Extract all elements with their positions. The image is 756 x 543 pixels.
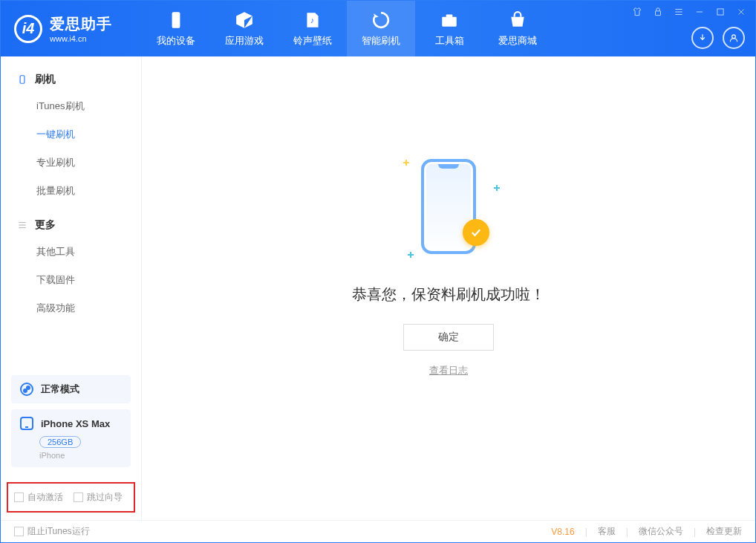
- sidebar-item-download-firmware[interactable]: 下载固件: [1, 266, 141, 294]
- svg-rect-2: [442, 16, 457, 26]
- logo-area: i4 爱思助手 www.i4.cn: [1, 14, 142, 43]
- footer-link-support[interactable]: 客服: [598, 525, 616, 538]
- nav-tab-label: 铃声壁纸: [293, 34, 332, 48]
- minimize-icon[interactable]: [693, 5, 706, 19]
- nav-tab-label: 爱思商城: [498, 34, 537, 48]
- toolbox-icon: [440, 10, 459, 30]
- sidebar-item-pro-flash[interactable]: 专业刷机: [1, 149, 141, 177]
- svg-rect-3: [446, 14, 453, 17]
- sidebar-item-batch-flash[interactable]: 批量刷机: [1, 177, 141, 205]
- ok-button[interactable]: 确定: [403, 324, 494, 351]
- sidebar-group-title: 更多: [35, 218, 56, 232]
- app-header: i4 爱思助手 www.i4.cn 我的设备 应用游戏 ♪ 铃声壁纸 智能刷机 …: [1, 1, 755, 56]
- close-icon[interactable]: [734, 5, 748, 19]
- status-bar: 阻止iTunes运行 V8.16 | 客服 | 微信公众号 | 检查更新: [1, 520, 755, 542]
- checkbox-auto-activate[interactable]: 自动激活: [14, 491, 63, 504]
- svg-point-12: [732, 35, 736, 39]
- checkbox-box-icon: [14, 492, 24, 502]
- sidebar-item-itunes-flash[interactable]: iTunes刷机: [1, 92, 141, 120]
- sidebar-item-oneclick-flash[interactable]: 一键刷机: [1, 120, 141, 149]
- device-type: iPhone: [39, 451, 122, 460]
- storage-pill: 256GB: [39, 436, 81, 448]
- logo-text: 爱思助手 www.i4.cn: [50, 14, 112, 43]
- mode-label: 正常模式: [41, 383, 79, 396]
- footer-link-wechat[interactable]: 微信公众号: [639, 525, 683, 538]
- sidebar-item-advanced[interactable]: 高级功能: [1, 294, 141, 322]
- cube-icon: [235, 10, 254, 30]
- sparkle-icon: [494, 185, 500, 191]
- success-message: 恭喜您，保资料刷机成功啦！: [352, 284, 545, 305]
- checkbox-block-itunes[interactable]: 阻止iTunes运行: [14, 525, 90, 538]
- footer-link-update[interactable]: 检查更新: [706, 525, 742, 538]
- music-file-icon: ♪: [303, 10, 322, 30]
- app-title: 爱思助手: [50, 14, 112, 34]
- nav-tab-flash[interactable]: 智能刷机: [347, 1, 415, 56]
- checkbox-label: 自动激活: [27, 491, 63, 504]
- main-content: 恭喜您，保资料刷机成功啦！ 确定 查看日志: [142, 56, 755, 520]
- footer-right: V8.16 | 客服 | 微信公众号 | 检查更新: [551, 525, 742, 538]
- divider: |: [585, 527, 587, 537]
- device-icon: [166, 10, 186, 30]
- device-card[interactable]: iPhone XS Max 256GB iPhone: [11, 409, 131, 467]
- nav-tab-ringtones[interactable]: ♪ 铃声壁纸: [278, 1, 347, 56]
- sidebar: 刷机 iTunes刷机 一键刷机 专业刷机 批量刷机 更多 其他工具 下载固件 …: [1, 56, 142, 520]
- device-small-icon: [20, 417, 33, 430]
- nav-tab-toolbox[interactable]: 工具箱: [415, 1, 483, 56]
- download-circle-icon[interactable]: [691, 27, 714, 49]
- nav-tab-label: 工具箱: [435, 34, 464, 48]
- nav-tab-label: 我的设备: [157, 34, 195, 48]
- store-icon: [508, 10, 527, 30]
- sidebar-group-flash: 刷机 iTunes刷机 一键刷机 专业刷机 批量刷机: [1, 67, 141, 205]
- checkbox-skip-guide[interactable]: 跳过向导: [74, 491, 123, 504]
- lock-icon[interactable]: [651, 5, 665, 19]
- svg-rect-9: [717, 9, 723, 15]
- nav-tab-label: 智能刷机: [362, 34, 400, 48]
- menu-icon[interactable]: [672, 5, 685, 19]
- version-label: V8.16: [551, 527, 574, 537]
- sidebar-group-more: 更多 其他工具 下载固件 高级功能: [1, 212, 141, 322]
- app-logo-icon: i4: [14, 15, 42, 43]
- titlebar-controls: [630, 5, 748, 19]
- device-name: iPhone XS Max: [41, 418, 110, 429]
- sidebar-item-other-tools[interactable]: 其他工具: [1, 238, 141, 266]
- divider: |: [694, 527, 696, 537]
- header-action-circles: [691, 27, 745, 49]
- divider: |: [626, 527, 628, 537]
- device-card-header: iPhone XS Max: [20, 417, 122, 430]
- checkbox-label: 阻止iTunes运行: [27, 525, 90, 538]
- mode-card[interactable]: 正常模式: [11, 375, 131, 403]
- maximize-icon[interactable]: [714, 5, 727, 19]
- sparkle-icon: [408, 252, 414, 258]
- refresh-shield-icon: [371, 10, 391, 30]
- nav-tab-my-device[interactable]: 我的设备: [142, 1, 210, 56]
- svg-rect-0: [172, 12, 180, 28]
- sidebar-group-title: 刷机: [35, 73, 56, 86]
- sidebar-group-header-flash: 刷机: [1, 67, 141, 92]
- mode-icon: [20, 383, 33, 396]
- app-subtitle: www.i4.cn: [50, 34, 112, 43]
- checkbox-label: 跳过向导: [87, 491, 123, 504]
- sidebar-scroll: 刷机 iTunes刷机 一键刷机 专业刷机 批量刷机 更多 其他工具 下载固件 …: [1, 56, 141, 369]
- list-small-icon: [17, 220, 27, 230]
- shirt-icon[interactable]: [630, 5, 644, 19]
- nav-tab-store[interactable]: 爱思商城: [483, 1, 552, 56]
- app-body: 刷机 iTunes刷机 一键刷机 专业刷机 批量刷机 更多 其他工具 下载固件 …: [1, 56, 755, 520]
- checkbox-box-icon: [74, 492, 83, 502]
- success-illustration: [393, 155, 504, 267]
- highlighted-checkbox-row: 自动激活 跳过向导: [7, 482, 135, 513]
- svg-text:♪: ♪: [310, 16, 314, 25]
- sparkle-icon: [403, 160, 409, 166]
- nav-tab-label: 应用游戏: [225, 34, 264, 48]
- sidebar-group-header-more: 更多: [1, 212, 141, 238]
- svg-rect-4: [656, 11, 661, 16]
- nav-tabs: 我的设备 应用游戏 ♪ 铃声壁纸 智能刷机 工具箱 爱思商城: [142, 1, 552, 56]
- view-log-link[interactable]: 查看日志: [429, 364, 468, 377]
- phone-small-icon: [17, 74, 27, 85]
- svg-rect-13: [20, 76, 25, 84]
- success-check-icon: [463, 219, 489, 246]
- nav-tab-apps[interactable]: 应用游戏: [210, 1, 278, 56]
- user-circle-icon[interactable]: [723, 27, 745, 49]
- checkbox-box-icon: [14, 527, 24, 536]
